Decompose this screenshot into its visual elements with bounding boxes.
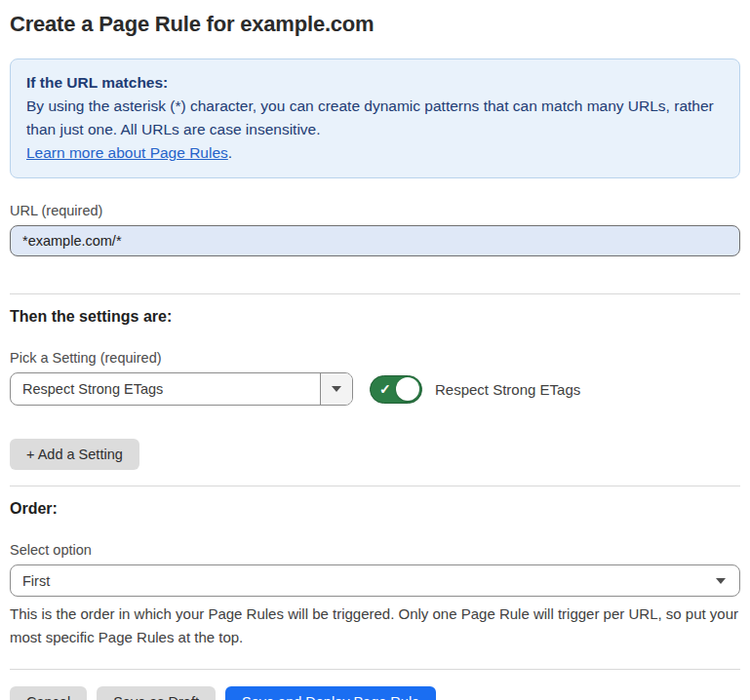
url-input[interactable]	[10, 225, 740, 256]
url-field-label: URL (required)	[10, 203, 740, 218]
order-select-label: Select option	[10, 542, 740, 558]
settings-section-heading: Then the settings are:	[10, 308, 740, 326]
add-setting-button[interactable]: + Add a Setting	[10, 439, 139, 470]
cancel-button[interactable]: Cancel	[10, 686, 87, 700]
footer-actions: Cancel Save as Draft Save and Deploy Pag…	[10, 686, 740, 700]
setting-select-value: Respect Strong ETags	[11, 381, 320, 397]
info-box-body: By using the asterisk (*) character, you…	[26, 95, 724, 141]
setting-row: Respect Strong ETags ✓ Respect Strong ET…	[10, 372, 740, 406]
order-select-value: First	[11, 573, 716, 589]
divider	[10, 669, 740, 670]
save-and-deploy-button[interactable]: Save and Deploy Page Rule	[225, 686, 436, 700]
divider	[10, 293, 740, 294]
pick-setting-label: Pick a Setting (required)	[10, 350, 740, 366]
toggle-knob	[396, 377, 419, 401]
chevron-down-icon	[332, 386, 341, 392]
page-rule-form: Create a Page Rule for example.com If th…	[0, 0, 750, 700]
learn-more-link[interactable]: Learn more about Page Rules	[26, 144, 228, 161]
page-title: Create a Page Rule for example.com	[10, 12, 740, 37]
url-match-info-box: If the URL matches: By using the asteris…	[10, 58, 740, 178]
chevron-down-icon	[716, 578, 726, 584]
order-select-arrow	[716, 578, 739, 584]
check-icon: ✓	[379, 382, 391, 396]
respect-etags-toggle[interactable]: ✓	[370, 375, 422, 404]
info-box-heading: If the URL matches:	[26, 71, 724, 95]
order-help-text: This is the order in which your Page Rul…	[10, 603, 740, 649]
setting-select-arrow-segment[interactable]	[320, 373, 352, 405]
order-section-heading: Order:	[10, 500, 740, 518]
divider	[10, 486, 740, 486]
order-select[interactable]: First	[10, 564, 740, 597]
setting-select[interactable]: Respect Strong ETags	[10, 372, 353, 406]
save-as-draft-button[interactable]: Save as Draft	[97, 686, 216, 700]
info-box-link-line: Learn more about Page Rules.	[26, 141, 724, 165]
setting-toggle-group: ✓ Respect Strong ETags	[370, 375, 580, 404]
toggle-label: Respect Strong ETags	[435, 381, 580, 398]
link-suffix: .	[228, 144, 232, 161]
